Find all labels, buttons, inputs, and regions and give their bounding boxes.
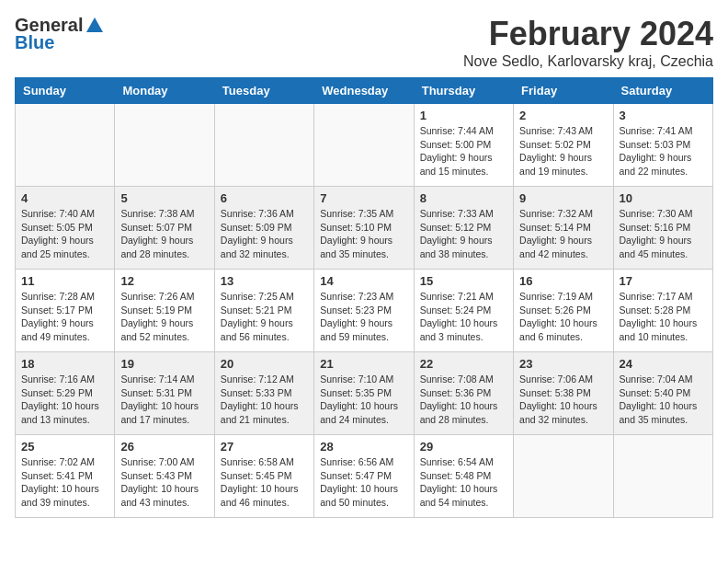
calendar-header-row: SundayMondayTuesdayWednesdayThursdayFrid…	[16, 78, 713, 104]
day-number: 19	[120, 357, 208, 371]
day-number: 12	[120, 274, 208, 288]
day-info: Sunrise: 7:19 AM Sunset: 5:26 PM Dayligh…	[519, 290, 607, 344]
calendar-cell: 3Sunrise: 7:41 AM Sunset: 5:03 PM Daylig…	[613, 104, 712, 187]
day-number: 10	[620, 191, 707, 205]
calendar-cell: 9Sunrise: 7:32 AM Sunset: 5:14 PM Daylig…	[514, 187, 613, 270]
calendar-cell: 23Sunrise: 7:06 AM Sunset: 5:38 PM Dayli…	[514, 352, 613, 435]
calendar-cell	[314, 104, 414, 187]
day-info: Sunrise: 7:00 AM Sunset: 5:43 PM Dayligh…	[120, 455, 208, 510]
calendar-cell: 25Sunrise: 7:02 AM Sunset: 5:41 PM Dayli…	[16, 435, 115, 518]
calendar-cell: 10Sunrise: 7:30 AM Sunset: 5:16 PM Dayli…	[613, 187, 712, 270]
day-info: Sunrise: 7:36 AM Sunset: 5:09 PM Dayligh…	[221, 207, 308, 261]
day-number: 14	[320, 274, 407, 288]
calendar-cell: 26Sunrise: 7:00 AM Sunset: 5:43 PM Dayli…	[115, 435, 214, 518]
day-number: 2	[519, 109, 607, 122]
calendar-cell: 1Sunrise: 7:44 AM Sunset: 5:00 PM Daylig…	[414, 104, 513, 187]
day-number: 16	[519, 274, 607, 288]
logo-icon	[85, 16, 105, 36]
day-info: Sunrise: 6:54 AM Sunset: 5:48 PM Dayligh…	[420, 455, 507, 510]
month-title: February 2024	[463, 15, 713, 53]
calendar-cell: 14Sunrise: 7:23 AM Sunset: 5:23 PM Dayli…	[314, 270, 414, 352]
day-info: Sunrise: 7:38 AM Sunset: 5:07 PM Dayligh…	[120, 207, 208, 261]
calendar-week-row: 11Sunrise: 7:28 AM Sunset: 5:17 PM Dayli…	[16, 270, 713, 352]
col-header-sunday: Sunday	[16, 78, 115, 104]
day-info: Sunrise: 7:44 AM Sunset: 5:00 PM Dayligh…	[420, 124, 507, 178]
col-header-friday: Friday	[514, 78, 613, 104]
calendar-cell: 7Sunrise: 7:35 AM Sunset: 5:10 PM Daylig…	[314, 187, 414, 270]
day-info: Sunrise: 7:16 AM Sunset: 5:29 PM Dayligh…	[21, 373, 108, 427]
day-info: Sunrise: 7:17 AM Sunset: 5:28 PM Dayligh…	[620, 290, 707, 344]
calendar-cell	[115, 104, 214, 187]
day-info: Sunrise: 7:30 AM Sunset: 5:16 PM Dayligh…	[620, 207, 707, 261]
day-info: Sunrise: 7:43 AM Sunset: 5:02 PM Dayligh…	[519, 124, 607, 178]
day-number: 9	[519, 191, 607, 205]
day-info: Sunrise: 7:04 AM Sunset: 5:40 PM Dayligh…	[620, 373, 707, 427]
day-number: 13	[221, 274, 308, 288]
day-number: 24	[620, 357, 707, 371]
col-header-wednesday: Wednesday	[314, 78, 414, 104]
day-number: 8	[420, 191, 507, 205]
logo: General Blue	[15, 15, 105, 53]
day-info: Sunrise: 7:33 AM Sunset: 5:12 PM Dayligh…	[420, 207, 507, 261]
calendar-cell: 16Sunrise: 7:19 AM Sunset: 5:26 PM Dayli…	[514, 270, 613, 352]
calendar-cell: 17Sunrise: 7:17 AM Sunset: 5:28 PM Dayli…	[613, 270, 712, 352]
day-info: Sunrise: 7:14 AM Sunset: 5:31 PM Dayligh…	[120, 373, 208, 427]
calendar-cell	[16, 104, 115, 187]
calendar-cell: 6Sunrise: 7:36 AM Sunset: 5:09 PM Daylig…	[214, 187, 313, 270]
col-header-monday: Monday	[115, 78, 214, 104]
day-info: Sunrise: 7:23 AM Sunset: 5:23 PM Dayligh…	[320, 290, 407, 344]
calendar-cell: 19Sunrise: 7:14 AM Sunset: 5:31 PM Dayli…	[115, 352, 214, 435]
calendar-cell: 18Sunrise: 7:16 AM Sunset: 5:29 PM Dayli…	[16, 352, 115, 435]
calendar-week-row: 1Sunrise: 7:44 AM Sunset: 5:00 PM Daylig…	[16, 104, 713, 187]
location-title: Nove Sedlo, Karlovarsky kraj, Czechia	[463, 53, 713, 70]
day-info: Sunrise: 7:35 AM Sunset: 5:10 PM Dayligh…	[320, 207, 407, 261]
col-header-tuesday: Tuesday	[214, 78, 313, 104]
day-number: 1	[420, 109, 507, 122]
day-number: 23	[519, 357, 607, 371]
day-number: 17	[620, 274, 707, 288]
day-info: Sunrise: 6:56 AM Sunset: 5:47 PM Dayligh…	[320, 455, 407, 510]
calendar-week-row: 25Sunrise: 7:02 AM Sunset: 5:41 PM Dayli…	[16, 435, 713, 518]
day-info: Sunrise: 7:28 AM Sunset: 5:17 PM Dayligh…	[21, 290, 108, 344]
day-number: 21	[320, 357, 407, 371]
day-number: 4	[21, 191, 108, 205]
logo-blue: Blue	[15, 32, 54, 53]
day-number: 28	[320, 440, 407, 454]
day-info: Sunrise: 6:58 AM Sunset: 5:45 PM Dayligh…	[221, 455, 308, 510]
calendar-week-row: 4Sunrise: 7:40 AM Sunset: 5:05 PM Daylig…	[16, 187, 713, 270]
day-info: Sunrise: 7:26 AM Sunset: 5:19 PM Dayligh…	[120, 290, 208, 344]
day-info: Sunrise: 7:02 AM Sunset: 5:41 PM Dayligh…	[21, 455, 108, 510]
calendar-cell: 15Sunrise: 7:21 AM Sunset: 5:24 PM Dayli…	[414, 270, 513, 352]
day-number: 15	[420, 274, 507, 288]
day-info: Sunrise: 7:41 AM Sunset: 5:03 PM Dayligh…	[620, 124, 707, 178]
day-info: Sunrise: 7:10 AM Sunset: 5:35 PM Dayligh…	[320, 373, 407, 427]
day-number: 6	[221, 191, 308, 205]
day-info: Sunrise: 7:08 AM Sunset: 5:36 PM Dayligh…	[420, 373, 507, 427]
day-info: Sunrise: 7:21 AM Sunset: 5:24 PM Dayligh…	[420, 290, 507, 344]
day-number: 3	[620, 109, 707, 122]
day-number: 26	[120, 440, 208, 454]
day-info: Sunrise: 7:12 AM Sunset: 5:33 PM Dayligh…	[221, 373, 308, 427]
calendar-cell: 20Sunrise: 7:12 AM Sunset: 5:33 PM Dayli…	[214, 352, 313, 435]
day-number: 27	[221, 440, 308, 454]
calendar: SundayMondayTuesdayWednesdayThursdayFrid…	[15, 77, 713, 518]
calendar-cell: 4Sunrise: 7:40 AM Sunset: 5:05 PM Daylig…	[16, 187, 115, 270]
calendar-cell	[214, 104, 313, 187]
day-info: Sunrise: 7:40 AM Sunset: 5:05 PM Dayligh…	[21, 207, 108, 261]
calendar-cell: 22Sunrise: 7:08 AM Sunset: 5:36 PM Dayli…	[414, 352, 513, 435]
calendar-cell: 21Sunrise: 7:10 AM Sunset: 5:35 PM Dayli…	[314, 352, 414, 435]
day-number: 5	[120, 191, 208, 205]
day-info: Sunrise: 7:25 AM Sunset: 5:21 PM Dayligh…	[221, 290, 308, 344]
calendar-cell: 27Sunrise: 6:58 AM Sunset: 5:45 PM Dayli…	[214, 435, 313, 518]
svg-marker-0	[86, 17, 103, 32]
day-number: 7	[320, 191, 407, 205]
calendar-cell: 12Sunrise: 7:26 AM Sunset: 5:19 PM Dayli…	[115, 270, 214, 352]
calendar-cell	[514, 435, 613, 518]
calendar-cell: 24Sunrise: 7:04 AM Sunset: 5:40 PM Dayli…	[613, 352, 712, 435]
title-area: February 2024 Nove Sedlo, Karlovarsky kr…	[463, 15, 713, 70]
col-header-saturday: Saturday	[613, 78, 712, 104]
col-header-thursday: Thursday	[414, 78, 513, 104]
day-info: Sunrise: 7:06 AM Sunset: 5:38 PM Dayligh…	[519, 373, 607, 427]
day-number: 25	[21, 440, 108, 454]
calendar-cell: 29Sunrise: 6:54 AM Sunset: 5:48 PM Dayli…	[414, 435, 513, 518]
